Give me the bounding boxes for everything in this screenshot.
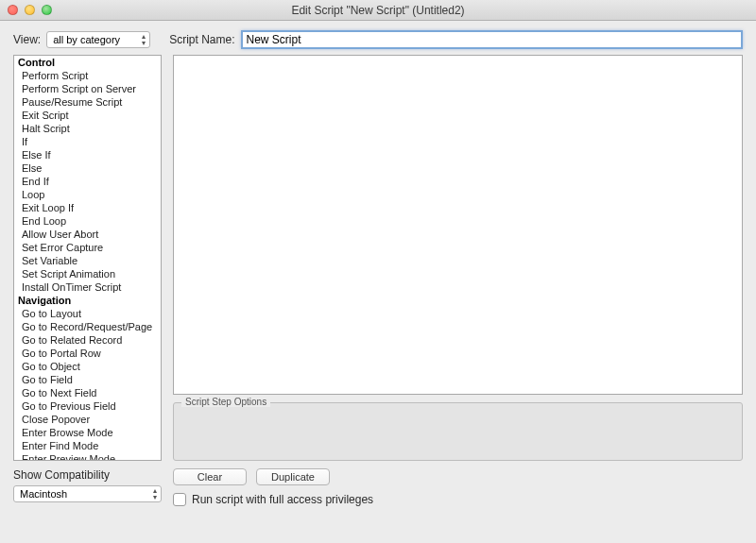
script-step-item[interactable]: Go to Object [14,360,161,373]
script-step-item[interactable]: Allow User Abort [14,228,161,241]
button-row: Clear Duplicate [173,468,743,485]
script-step-item[interactable]: Enter Preview Mode [14,452,161,461]
footer-right: Clear Duplicate Run script with full acc… [173,468,743,506]
script-step-item[interactable]: Go to Previous Field [14,399,161,413]
script-step-options-panel: Script Step Options [173,402,743,461]
script-step-item[interactable]: Go to Record/Request/Page [14,320,161,333]
script-step-item[interactable]: Perform Script on Server [14,82,161,95]
category-header: Navigation [14,294,161,307]
category-header: Control [14,56,161,69]
script-step-item[interactable]: End If [14,175,161,188]
script-step-item[interactable]: Go to Next Field [14,386,161,399]
script-step-item[interactable]: Install OnTimer Script [14,280,161,294]
full-access-checkbox[interactable] [173,493,186,506]
script-steps-list[interactable]: ControlPerform ScriptPerform Script on S… [13,55,162,461]
clear-button[interactable]: Clear [173,468,247,485]
script-step-item[interactable]: Exit Loop If [14,201,161,214]
full-access-row: Run script with full access privileges [173,493,743,506]
duplicate-button[interactable]: Duplicate [256,468,330,485]
script-step-item[interactable]: Pause/Resume Script [14,95,161,109]
updown-icon: ▴▾ [153,487,157,501]
script-step-item[interactable]: Go to Layout [14,307,161,320]
updown-icon: ▴▾ [142,33,146,46]
script-step-item[interactable]: Halt Script [14,122,161,135]
script-step-item[interactable]: End Loop [14,214,161,228]
script-name-label: Script Name: [169,33,234,46]
footer: Show Compatibility Macintosh ▴▾ Clear Du… [0,461,756,506]
script-step-item[interactable]: If [14,135,161,148]
toolbar: View: all by category ▴▾ Script Name: [0,21,756,55]
options-panel-title: Script Step Options [181,397,270,407]
script-body-area[interactable] [173,55,743,395]
minimize-icon[interactable] [25,5,35,15]
window-title: Edit Script "New Script" (Untitled2) [0,4,756,17]
full-access-label: Run script with full access privileges [192,493,373,506]
script-step-item[interactable]: Enter Find Mode [14,439,161,452]
script-step-item[interactable]: Go to Related Record [14,333,161,347]
compatibility-group: Show Compatibility Macintosh ▴▾ [13,468,162,506]
script-step-item[interactable]: Else [14,161,161,175]
window-controls [8,5,52,15]
script-step-item[interactable]: Perform Script [14,69,161,82]
titlebar: Edit Script "New Script" (Untitled2) [0,0,756,21]
script-name-input[interactable] [241,30,744,49]
right-pane: Script Step Options [173,55,743,461]
script-step-item[interactable]: Go to Portal Row [14,347,161,360]
compatibility-value: Macintosh [20,488,67,500]
close-icon[interactable] [8,5,18,15]
script-step-item[interactable]: Close Popover [14,413,161,426]
view-label: View: [13,33,41,46]
script-step-item[interactable]: Enter Browse Mode [14,426,161,439]
script-step-item[interactable]: Set Error Capture [14,241,161,254]
main-area: ControlPerform ScriptPerform Script on S… [0,55,756,461]
compatibility-select[interactable]: Macintosh ▴▾ [13,485,162,502]
view-select-value: all by category [53,34,120,45]
script-step-item[interactable]: Loop [14,188,161,201]
script-step-item[interactable]: Else If [14,148,161,161]
script-step-item[interactable]: Set Variable [14,254,161,267]
zoom-icon[interactable] [42,5,52,15]
script-step-item[interactable]: Go to Field [14,373,161,386]
script-step-item[interactable]: Set Script Animation [14,267,161,280]
script-step-item[interactable]: Exit Script [14,109,161,122]
view-select[interactable]: all by category ▴▾ [46,31,150,48]
compatibility-label: Show Compatibility [13,468,162,482]
